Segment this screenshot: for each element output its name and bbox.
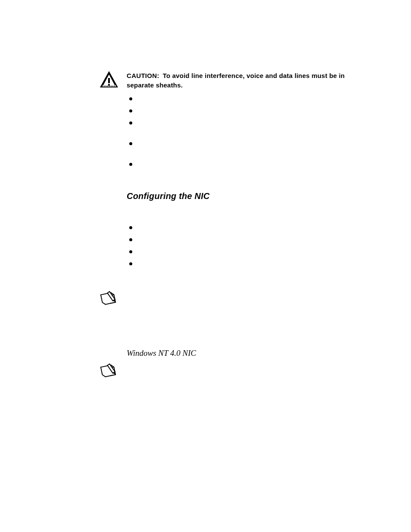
section-heading: Configuring the NIC (127, 190, 361, 202)
bullets-top-row (0, 93, 411, 179)
list-item (137, 117, 361, 138)
note-block-2 (0, 362, 411, 397)
caution-content: CAUTION: To avoid line interference, voi… (127, 71, 361, 90)
bullets-mid (127, 222, 361, 270)
caution-text: To avoid line interference, voice and da… (127, 72, 345, 89)
list-item (137, 234, 361, 246)
subheading-row: Windows NT 4.0 NIC (0, 348, 411, 359)
list-item (137, 138, 361, 159)
list-item (137, 105, 361, 117)
heading-row: Configuring the NIC (0, 190, 411, 202)
subsection-heading: Windows NT 4.0 NIC (127, 348, 361, 359)
list-item (137, 258, 361, 270)
pencil-note-icon (99, 362, 118, 380)
caution-triangle-icon (100, 71, 118, 87)
caution-block: CAUTION: To avoid line interference, voi… (0, 71, 411, 90)
caution-label: CAUTION: (127, 72, 159, 79)
pencil-note-icon (99, 290, 118, 308)
note-block-1 (0, 290, 411, 342)
bullets-mid-row (0, 222, 411, 270)
list-item (137, 222, 361, 234)
list-item (137, 159, 361, 179)
document-page: CAUTION: To avoid line interference, voi… (0, 0, 411, 532)
list-item (137, 93, 361, 105)
bullets-top (127, 93, 361, 179)
list-item (137, 246, 361, 258)
gutter (0, 71, 127, 87)
